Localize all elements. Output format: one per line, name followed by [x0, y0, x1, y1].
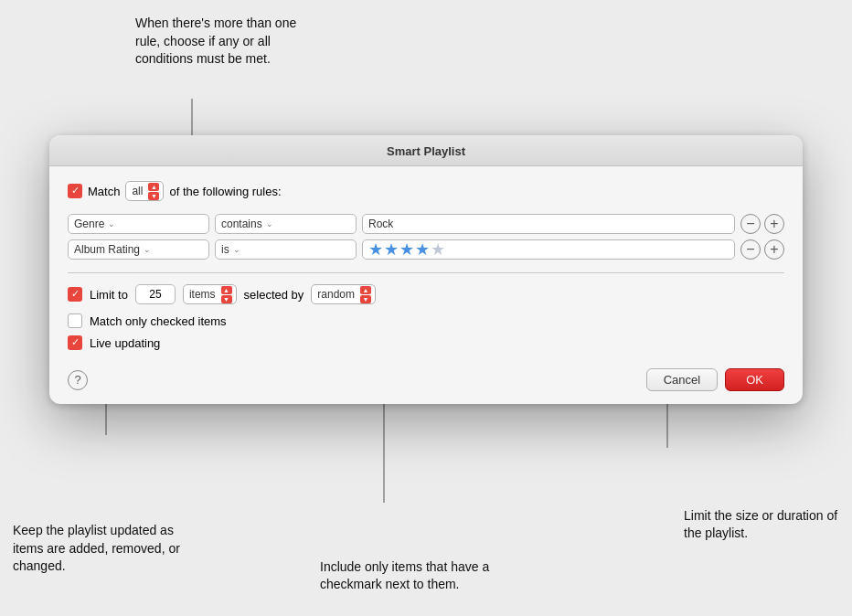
stars-display: ★ ★ ★ ★ ★ [368, 239, 445, 260]
match-stepper-arrows: ▲ ▼ [148, 183, 159, 200]
rule2-field-value: Album Rating [74, 243, 140, 256]
star5: ★ [431, 239, 445, 260]
dialog-buttons: Cancel OK [646, 368, 784, 391]
rule2-add-button[interactable]: + [764, 239, 784, 260]
rule1-field-arrow-icon: ⌄ [108, 219, 115, 228]
rule1-add-button[interactable]: + [764, 214, 784, 234]
live-updating-label: Live updating [90, 336, 160, 350]
help-label: ? [74, 373, 80, 387]
selected-by-down-icon[interactable]: ▼ [360, 295, 371, 303]
cancel-button[interactable]: Cancel [646, 368, 718, 391]
dialog-titlebar: Smart Playlist [49, 135, 803, 166]
match-checkbox[interactable]: ✓ [68, 184, 82, 198]
selected-by-up-icon[interactable]: ▲ [360, 286, 371, 294]
limit-row: ✓ Limit to items ▲ ▼ selected by random … [68, 284, 784, 304]
star1: ★ [368, 239, 383, 260]
bottom-row: ? Cancel OK [68, 365, 784, 391]
rule2-condition-dropdown[interactable]: is ⌄ [215, 239, 357, 260]
dialog-content: ✓ Match all ▲ ▼ of the following rules: [49, 166, 803, 404]
match-checked-label: Match only checked items [90, 314, 227, 328]
checkbox-check-icon: ✓ [71, 186, 80, 196]
match-option-stepper[interactable]: all ▲ ▼ [125, 181, 164, 201]
rule2-field-arrow-icon: ⌄ [144, 245, 151, 254]
separator [68, 272, 784, 273]
match-option-value: all [132, 185, 143, 197]
rule2-remove-button[interactable]: − [740, 239, 761, 260]
rule1-condition-value: contains [221, 218, 262, 230]
annotation-top: When there's more than one rule, choose … [135, 15, 318, 69]
stepper-down-icon[interactable]: ▼ [148, 192, 159, 200]
stepper-up-icon[interactable]: ▲ [148, 183, 159, 191]
annotation-bottom-left: Keep the playlist updated as items are a… [13, 522, 196, 576]
limit-checkbox-check-icon: ✓ [71, 289, 80, 299]
limit-unit-up-icon[interactable]: ▲ [221, 286, 232, 294]
selected-by-arrows: ▲ ▼ [360, 286, 371, 303]
annotation-bottom-center: Include only items that have a checkmark… [320, 558, 512, 594]
help-button[interactable]: ? [68, 370, 88, 390]
rule2-buttons: − + [740, 239, 784, 260]
ok-button[interactable]: OK [725, 368, 784, 391]
rule1-remove-button[interactable]: − [740, 214, 761, 234]
rule1-field-dropdown[interactable]: Genre ⌄ [68, 214, 209, 234]
limit-unit-arrows: ▲ ▼ [221, 286, 232, 303]
page-wrapper: When there's more than one rule, choose … [0, 0, 852, 616]
limit-unit-value: items [189, 288, 216, 301]
match-checked-row: Match only checked items [68, 313, 784, 328]
star3: ★ [399, 239, 414, 260]
match-label: Match [88, 185, 120, 198]
smart-playlist-dialog: Smart Playlist ✓ Match all ▲ ▼ of the fo… [49, 135, 803, 404]
live-updating-check-icon: ✓ [71, 337, 80, 347]
live-updating-checkbox[interactable]: ✓ [68, 335, 82, 350]
limit-checkbox[interactable]: ✓ [68, 287, 82, 302]
selected-by-value: random [317, 288, 355, 301]
match-checked-checkbox[interactable] [68, 313, 82, 328]
limit-unit-down-icon[interactable]: ▼ [221, 295, 232, 303]
selected-by-stepper[interactable]: random ▲ ▼ [311, 284, 376, 304]
limit-label: Limit to [90, 288, 128, 302]
limit-value-input[interactable] [135, 284, 176, 304]
rule2-stars-value[interactable]: ★ ★ ★ ★ ★ [362, 239, 735, 260]
live-updating-row: ✓ Live updating [68, 335, 784, 350]
star2: ★ [384, 239, 399, 260]
rule2-condition-value: is [221, 243, 229, 256]
match-suffix: of the following rules: [169, 185, 281, 198]
selected-by-label: selected by [244, 288, 304, 302]
star4: ★ [415, 239, 430, 260]
limit-unit-stepper[interactable]: items ▲ ▼ [183, 284, 237, 304]
annotation-bottom-right: Limit the size or duration of the playli… [684, 507, 839, 543]
table-row: Album Rating ⌄ is ⌄ ★ ★ ★ ★ ★ [68, 239, 784, 260]
rule1-field-value: Genre [74, 218, 104, 230]
rule1-condition-dropdown[interactable]: contains ⌄ [215, 214, 357, 234]
dialog-title: Smart Playlist [387, 144, 465, 158]
rule1-buttons: − + [740, 214, 784, 234]
rule2-field-dropdown[interactable]: Album Rating ⌄ [68, 239, 209, 260]
rules-area: Genre ⌄ contains ⌄ − + A [68, 214, 784, 260]
rule1-condition-arrow-icon: ⌄ [266, 219, 273, 228]
rule2-condition-arrow-icon: ⌄ [233, 245, 240, 254]
rule1-value-input[interactable] [362, 214, 735, 234]
match-row: ✓ Match all ▲ ▼ of the following rules: [68, 181, 784, 201]
table-row: Genre ⌄ contains ⌄ − + [68, 214, 784, 234]
